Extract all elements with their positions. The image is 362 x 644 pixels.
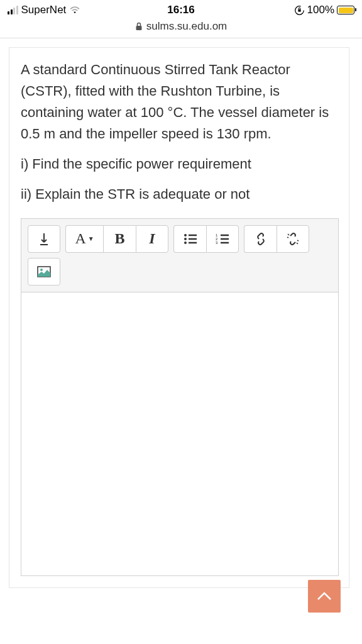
lock-icon [135, 22, 143, 31]
orientation-lock-icon [294, 5, 305, 16]
bold-button[interactable]: B [103, 225, 136, 253]
svg-line-18 [297, 240, 299, 241]
rich-text-editor: A ▼ B I [21, 218, 339, 576]
svg-line-19 [297, 243, 298, 244]
link-group [244, 225, 309, 253]
svg-rect-1 [298, 9, 300, 11]
font-group: A ▼ B I [65, 225, 168, 253]
svg-text:3: 3 [216, 241, 218, 245]
status-left: SuperNet [8, 4, 80, 16]
status-time: 16:16 [167, 4, 194, 16]
url-text: sulms.su.edu.om [146, 20, 228, 33]
wifi-icon [69, 6, 80, 14]
svg-point-4 [184, 234, 187, 236]
bullet-list-icon [184, 233, 197, 245]
carrier-name: SuperNet [21, 4, 67, 16]
editor-textarea[interactable] [21, 292, 338, 575]
svg-line-16 [287, 237, 288, 238]
link-icon [254, 232, 268, 246]
bullet-list-button[interactable] [173, 225, 206, 253]
content-wrapper: A standard Continuous Stirred Tank React… [0, 38, 362, 597]
svg-point-5 [184, 238, 187, 240]
battery-percent: 100% [307, 4, 334, 16]
indent-button[interactable] [28, 225, 60, 253]
status-right: 100% [294, 4, 354, 16]
chevron-down-icon: ▼ [88, 235, 94, 242]
unlink-button[interactable] [277, 225, 309, 253]
editor-toolbar: A ▼ B I [21, 219, 338, 292]
indent-icon [38, 232, 50, 246]
signal-icon [8, 6, 18, 14]
list-group: 1 2 3 [173, 225, 239, 253]
italic-button[interactable]: I [136, 225, 168, 253]
image-button[interactable] [28, 258, 60, 286]
status-bar: SuperNet 16:16 100% [0, 0, 362, 18]
font-family-button[interactable]: A ▼ [65, 225, 103, 253]
svg-rect-2 [136, 26, 141, 30]
question-part2: ii) Explain the STR is adequate or not [21, 184, 339, 205]
unlink-icon [286, 232, 300, 246]
question-text: A standard Continuous Stirred Tank React… [21, 59, 339, 206]
question-part1: i) Find the specific power requirement [21, 153, 339, 175]
image-icon [37, 266, 51, 277]
link-button[interactable] [244, 225, 277, 253]
scroll-to-top-button[interactable] [308, 580, 341, 613]
battery-icon [337, 6, 354, 14]
numbered-list-icon: 1 2 3 [216, 233, 229, 245]
question-intro: A standard Continuous Stirred Tank React… [21, 59, 339, 145]
svg-point-6 [184, 242, 187, 244]
svg-line-17 [288, 234, 289, 235]
svg-point-21 [40, 269, 43, 271]
numbered-list-button[interactable]: 1 2 3 [206, 225, 239, 253]
question-card: A standard Continuous Stirred Tank React… [9, 47, 349, 588]
chevron-up-icon [317, 592, 332, 601]
address-bar[interactable]: sulms.su.edu.om [0, 18, 362, 38]
